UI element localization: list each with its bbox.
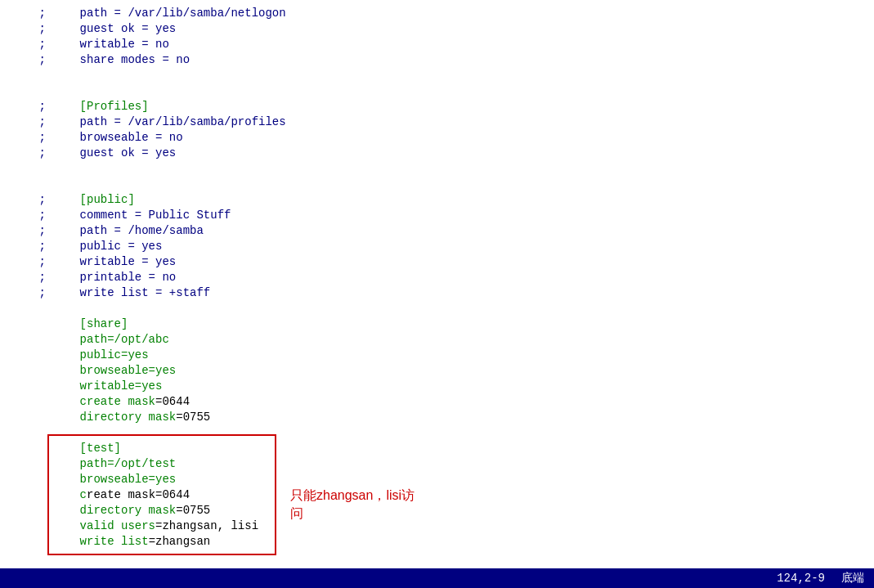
line-empty-2	[0, 84, 874, 100]
line-content: share modes = no	[52, 53, 871, 66]
semicolon: ;	[3, 255, 52, 268]
line-content: writable = yes	[52, 255, 871, 268]
line-share-header: [share]	[0, 317, 874, 333]
line-empty-3	[0, 162, 874, 177]
line-content: [test]	[52, 442, 871, 455]
line-test-path: path=/opt/test	[0, 457, 874, 473]
line-content: ~	[52, 566, 871, 568]
semicolon: ;	[3, 22, 52, 35]
line-empty-6	[0, 426, 874, 442]
line-content: create mask=0644	[52, 395, 871, 408]
line-empty-4	[0, 177, 874, 193]
line-share-dirmask: directory mask=0755	[0, 411, 874, 426]
line-empty-1	[0, 69, 874, 84]
semicolon: ;	[3, 7, 52, 20]
annotation-text: 只能zhangsan，lisi访问	[290, 487, 415, 523]
line-public-writelist: ; write list = +staff	[0, 286, 874, 302]
line-content: browseable=yes	[52, 473, 871, 486]
line-public-comment: ; comment = Public Stuff	[0, 209, 874, 224]
line-content: write list=zhangsan	[52, 535, 871, 548]
semicolon: ;	[3, 146, 52, 159]
line-content: [public]	[52, 193, 871, 206]
line-content: path = /var/lib/samba/profiles	[52, 115, 871, 128]
line-content: write list = +staff	[52, 286, 871, 299]
line-profiles-guest: ; guest ok = yes	[0, 146, 874, 162]
line-content: valid users=zhangsan, lisi	[52, 519, 871, 532]
line-content: comment = Public Stuff	[52, 209, 871, 222]
semicolon: ;	[3, 224, 52, 237]
line-content: guest ok = yes	[52, 146, 871, 159]
line-test-dirmask: directory mask=0755	[0, 504, 874, 519]
line-public-printable: ; printable = no	[0, 271, 874, 286]
semicolon: ;	[3, 53, 52, 66]
line-content: writable = no	[52, 38, 871, 51]
line-test-browseable: browseable=yes	[0, 473, 874, 488]
line-public-writable: ; writable = yes	[0, 255, 874, 271]
semicolon: ;	[3, 193, 52, 206]
semicolon: ;	[3, 131, 52, 144]
line-share-public: public=yes	[0, 348, 874, 364]
line-content: [Profiles]	[52, 100, 871, 113]
line-content: guest ok = yes	[52, 22, 871, 35]
line-test-createmask: create mask=0644	[0, 488, 874, 504]
line-content: public=yes	[52, 348, 871, 361]
line-empty-5	[0, 302, 874, 317]
line-empty-7	[0, 550, 874, 566]
semicolon: ;	[3, 100, 52, 113]
line-test-validusers: valid users=zhangsan, lisi	[0, 519, 874, 535]
line-content: browseable = no	[52, 131, 871, 144]
line-content: public = yes	[52, 240, 871, 253]
line-test-writelist: write list=zhangsan	[0, 535, 874, 550]
semicolon: ;	[3, 271, 52, 284]
semicolon: ;	[3, 209, 52, 222]
line-content: path=/opt/test	[52, 457, 871, 470]
line-share-writable: writable=yes	[0, 379, 874, 395]
line-public-header: ; [public]	[0, 193, 874, 209]
semicolon: ;	[3, 115, 52, 128]
line-tilde: ~	[0, 566, 874, 568]
line-2: ; guest ok = yes	[0, 22, 874, 38]
line-test-header: [test]	[0, 442, 874, 457]
status-bar: 124,2-9 底端	[0, 568, 874, 588]
line-content: create mask=0644	[52, 488, 871, 501]
line-public-public: ; public = yes	[0, 240, 874, 255]
line-profiles: ; [Profiles]	[0, 100, 874, 115]
line-share-path: path=/opt/abc	[0, 333, 874, 348]
semicolon: ;	[3, 286, 52, 299]
line-content: [share]	[52, 317, 871, 330]
line-content: printable = no	[52, 271, 871, 284]
line-content: directory mask=0755	[52, 411, 871, 424]
line-3: ; writable = no	[0, 38, 874, 53]
line-content: path = /home/samba	[52, 224, 871, 237]
cursor-position: 124,2-9	[777, 572, 825, 585]
line-content: writable=yes	[52, 379, 871, 393]
editor-area[interactable]: ; path = /var/lib/samba/netlogon ; guest…	[0, 0, 874, 568]
line-content: directory mask=0755	[52, 504, 871, 517]
line-content: browseable=yes	[52, 364, 871, 377]
line-1: ; path = /var/lib/samba/netlogon	[0, 7, 874, 22]
line-content: path = /var/lib/samba/netlogon	[52, 7, 871, 20]
semicolon: ;	[3, 38, 52, 51]
line-profiles-browseable: ; browseable = no	[0, 131, 874, 146]
line-public-path: ; path = /home/samba	[0, 224, 874, 240]
line-share-browseable: browseable=yes	[0, 364, 874, 379]
line-share-createmask: create mask=0644	[0, 395, 874, 411]
line-profiles-path: ; path = /var/lib/samba/profiles	[0, 115, 874, 131]
mode-indicator: 底端	[841, 571, 864, 586]
line-4: ; share modes = no	[0, 53, 874, 69]
semicolon: ;	[3, 240, 52, 253]
line-content: path=/opt/abc	[52, 333, 871, 346]
